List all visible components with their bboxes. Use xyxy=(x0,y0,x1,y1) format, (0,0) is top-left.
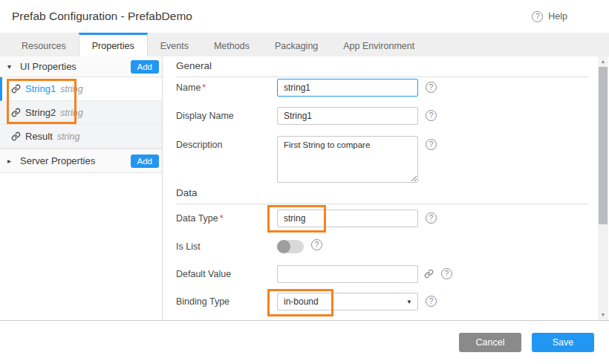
scroll-up-icon[interactable]: ▲ xyxy=(598,56,608,66)
caret-down-icon: ▾ xyxy=(7,62,15,71)
property-form: General Name* ? Display Name ? Descripti… xyxy=(163,56,609,320)
property-name: String2 xyxy=(25,107,56,118)
property-name: String1 xyxy=(25,83,56,94)
bind-chain-icon xyxy=(11,108,21,117)
help-icon[interactable]: ? xyxy=(426,110,437,121)
display-name-input[interactable] xyxy=(277,107,418,125)
sidebar-item-string2[interactable]: String2 string xyxy=(0,101,162,125)
form-row-description: Description First String to compare ? xyxy=(176,136,437,183)
chevron-down-icon: ▼ xyxy=(406,299,412,305)
cancel-button[interactable]: Cancel xyxy=(459,333,521,352)
bind-chain-icon xyxy=(11,131,21,141)
help-label: Help xyxy=(548,11,567,22)
properties-sidebar: ▾ UI Properties Add String1 string Strin… xyxy=(0,56,163,320)
sidebar-item-string1[interactable]: String1 string xyxy=(0,77,162,101)
scroll-down-icon[interactable]: ▼ xyxy=(598,310,608,319)
toggle-knob xyxy=(277,240,290,253)
help-icon[interactable]: ? xyxy=(441,268,452,279)
dialog-footer: Cancel Save xyxy=(0,320,609,364)
tab-packaging[interactable]: Packaging xyxy=(262,33,330,56)
tab-events[interactable]: Events xyxy=(148,33,201,56)
bind-link-icon[interactable] xyxy=(424,269,434,279)
caret-right-icon: ▸ xyxy=(7,157,15,165)
field-label: Is List xyxy=(176,238,277,256)
add-server-property-button[interactable]: Add xyxy=(131,155,159,168)
help-question-icon: ? xyxy=(532,11,543,22)
form-row-name: Name* ? xyxy=(176,79,437,97)
form-row-default-value: Default Value ? xyxy=(176,265,452,283)
property-type: string xyxy=(60,108,83,118)
tab-methods[interactable]: Methods xyxy=(201,33,262,56)
field-label: Name* xyxy=(176,79,277,97)
field-label: Binding Type xyxy=(176,293,277,311)
required-marker: * xyxy=(202,82,206,93)
form-row-is-list: Is List ? xyxy=(176,238,322,256)
section-heading-general: General xyxy=(176,60,588,77)
property-type: string xyxy=(57,131,80,142)
tab-bar: Resources Properties Events Methods Pack… xyxy=(0,33,609,56)
data-type-input[interactable] xyxy=(277,209,418,227)
title-bar: Prefab Configuration - PrefabDemo ? Help xyxy=(0,0,609,33)
sidebar-item-result[interactable]: Result string xyxy=(0,125,162,149)
field-label: Display Name xyxy=(176,107,277,125)
is-list-toggle[interactable] xyxy=(277,240,304,253)
save-button[interactable]: Save xyxy=(532,333,594,352)
default-value-input[interactable] xyxy=(277,265,418,283)
help-button[interactable]: ? Help xyxy=(532,11,597,22)
vertical-scrollbar[interactable]: ▲ ▼ xyxy=(598,56,608,320)
description-textarea[interactable]: First String to compare xyxy=(277,136,418,183)
scrollbar-thumb[interactable] xyxy=(599,67,608,224)
field-label: Data Type* xyxy=(176,209,277,227)
property-name: Result xyxy=(25,131,53,142)
add-ui-property-button[interactable]: Add xyxy=(131,60,159,74)
prefab-configuration-dialog: Prefab Configuration - PrefabDemo ? Help… xyxy=(0,0,609,364)
required-marker: * xyxy=(220,213,224,224)
field-label: Default Value xyxy=(176,265,277,283)
form-row-display-name: Display Name ? xyxy=(176,107,437,125)
binding-type-select[interactable]: in-bound ▼ xyxy=(277,293,418,311)
server-properties-header[interactable]: ▸ Server Properties Add xyxy=(0,149,162,173)
name-input[interactable] xyxy=(277,79,418,97)
help-icon[interactable]: ? xyxy=(311,239,322,250)
tab-app-environment[interactable]: App Environment xyxy=(330,33,427,56)
field-label: Description xyxy=(176,136,277,154)
section-heading-data: Data xyxy=(176,187,588,204)
form-row-data-type: Data Type* ? xyxy=(176,209,437,227)
page-title: Prefab Configuration - PrefabDemo xyxy=(12,10,192,23)
server-properties-label: Server Properties xyxy=(20,155,131,166)
help-icon[interactable]: ? xyxy=(426,212,437,224)
help-icon[interactable]: ? xyxy=(426,296,437,307)
help-icon[interactable]: ? xyxy=(426,139,437,150)
form-row-binding-type: Binding Type in-bound ▼ ? xyxy=(176,293,437,311)
bind-chain-icon xyxy=(11,84,21,94)
tab-properties[interactable]: Properties xyxy=(79,33,148,56)
dialog-body: ▾ UI Properties Add String1 string Strin… xyxy=(0,56,609,320)
property-type: string xyxy=(60,84,83,94)
ui-properties-header[interactable]: ▾ UI Properties Add xyxy=(0,56,162,77)
ui-properties-label: UI Properties xyxy=(20,61,131,72)
binding-type-value: in-bound xyxy=(284,296,319,307)
help-icon[interactable]: ? xyxy=(426,82,437,93)
tab-resources[interactable]: Resources xyxy=(9,33,79,56)
